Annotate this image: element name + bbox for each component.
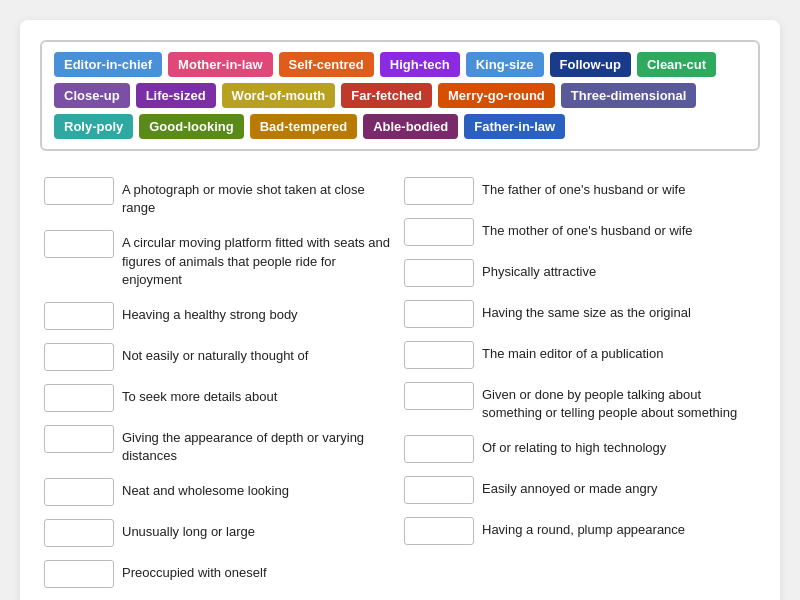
left-match-row: Unusually long or large: [40, 513, 400, 554]
definition-text: The mother of one's husband or wife: [482, 218, 756, 240]
matching-area: A photograph or movie shot taken at clos…: [40, 171, 760, 595]
definition-text: The main editor of a publication: [482, 341, 756, 363]
answer-box-right-1[interactable]: [404, 218, 474, 246]
word-chip-14[interactable]: Good-looking: [139, 114, 243, 139]
left-column: A photograph or movie shot taken at clos…: [40, 171, 400, 595]
definition-text: Unusually long or large: [122, 519, 396, 541]
answer-box-left-3[interactable]: [44, 343, 114, 371]
definition-text: Neat and wholesome looking: [122, 478, 396, 500]
word-chip-10[interactable]: Far-fetched: [341, 83, 432, 108]
word-chip-9[interactable]: Word-of-mouth: [222, 83, 336, 108]
answer-box-left-0[interactable]: [44, 177, 114, 205]
right-column: The father of one's husband or wifeThe m…: [400, 171, 760, 595]
word-chip-13[interactable]: Roly-poly: [54, 114, 133, 139]
word-chip-6[interactable]: Clean-cut: [637, 52, 716, 77]
answer-box-left-4[interactable]: [44, 384, 114, 412]
word-chip-1[interactable]: Mother-in-law: [168, 52, 273, 77]
word-chip-15[interactable]: Bad-tempered: [250, 114, 357, 139]
definition-text: A circular moving platform fitted with s…: [122, 230, 396, 289]
definition-text: Of or relating to high technology: [482, 435, 756, 457]
right-match-row: Easily annoyed or made angry: [400, 470, 760, 511]
definition-text: To seek more details about: [122, 384, 396, 406]
answer-box-right-2[interactable]: [404, 259, 474, 287]
definition-text: Heaving a healthy strong body: [122, 302, 396, 324]
answer-box-right-5[interactable]: [404, 382, 474, 410]
answer-box-right-3[interactable]: [404, 300, 474, 328]
definition-text: Physically attractive: [482, 259, 756, 281]
answer-box-left-1[interactable]: [44, 230, 114, 258]
right-match-row: Given or done by people talking about so…: [400, 376, 760, 429]
definition-text: Having the same size as the original: [482, 300, 756, 322]
left-match-row: Preoccupied with oneself: [40, 554, 400, 595]
definition-text: Given or done by people talking about so…: [482, 382, 756, 422]
answer-box-right-8[interactable]: [404, 517, 474, 545]
word-chip-5[interactable]: Follow-up: [550, 52, 631, 77]
answer-box-left-5[interactable]: [44, 425, 114, 453]
left-match-row: A photograph or movie shot taken at clos…: [40, 171, 400, 224]
word-chip-0[interactable]: Editor-in-chief: [54, 52, 162, 77]
left-match-row: Giving the appearance of depth or varyin…: [40, 419, 400, 472]
answer-box-right-4[interactable]: [404, 341, 474, 369]
word-chip-2[interactable]: Self-centred: [279, 52, 374, 77]
definition-text: Easily annoyed or made angry: [482, 476, 756, 498]
right-match-row: Having a round, plump appearance: [400, 511, 760, 552]
word-chip-4[interactable]: King-size: [466, 52, 544, 77]
left-match-row: Heaving a healthy strong body: [40, 296, 400, 337]
right-match-row: Having the same size as the original: [400, 294, 760, 335]
answer-box-left-2[interactable]: [44, 302, 114, 330]
main-container: Editor-in-chiefMother-in-lawSelf-centred…: [20, 20, 780, 600]
definition-text: Having a round, plump appearance: [482, 517, 756, 539]
word-chip-8[interactable]: Life-sized: [136, 83, 216, 108]
word-chip-17[interactable]: Father-in-law: [464, 114, 565, 139]
definition-text: Giving the appearance of depth or varyin…: [122, 425, 396, 465]
word-chip-11[interactable]: Merry-go-round: [438, 83, 555, 108]
right-match-row: The father of one's husband or wife: [400, 171, 760, 212]
answer-box-right-7[interactable]: [404, 476, 474, 504]
answer-box-left-6[interactable]: [44, 478, 114, 506]
answer-box-left-7[interactable]: [44, 519, 114, 547]
left-match-row: To seek more details about: [40, 378, 400, 419]
answer-box-left-8[interactable]: [44, 560, 114, 588]
definition-text: A photograph or movie shot taken at clos…: [122, 177, 396, 217]
word-chip-3[interactable]: High-tech: [380, 52, 460, 77]
definition-text: Preoccupied with oneself: [122, 560, 396, 582]
left-match-row: Neat and wholesome looking: [40, 472, 400, 513]
left-match-row: Not easily or naturally thought of: [40, 337, 400, 378]
right-match-row: The mother of one's husband or wife: [400, 212, 760, 253]
word-chip-12[interactable]: Three-dimensional: [561, 83, 697, 108]
answer-box-right-6[interactable]: [404, 435, 474, 463]
answer-box-right-0[interactable]: [404, 177, 474, 205]
word-bank: Editor-in-chiefMother-in-lawSelf-centred…: [40, 40, 760, 151]
left-match-row: A circular moving platform fitted with s…: [40, 224, 400, 296]
word-chip-16[interactable]: Able-bodied: [363, 114, 458, 139]
definition-text: Not easily or naturally thought of: [122, 343, 396, 365]
right-match-row: Physically attractive: [400, 253, 760, 294]
right-match-row: The main editor of a publication: [400, 335, 760, 376]
word-chip-7[interactable]: Close-up: [54, 83, 130, 108]
right-match-row: Of or relating to high technology: [400, 429, 760, 470]
definition-text: The father of one's husband or wife: [482, 177, 756, 199]
